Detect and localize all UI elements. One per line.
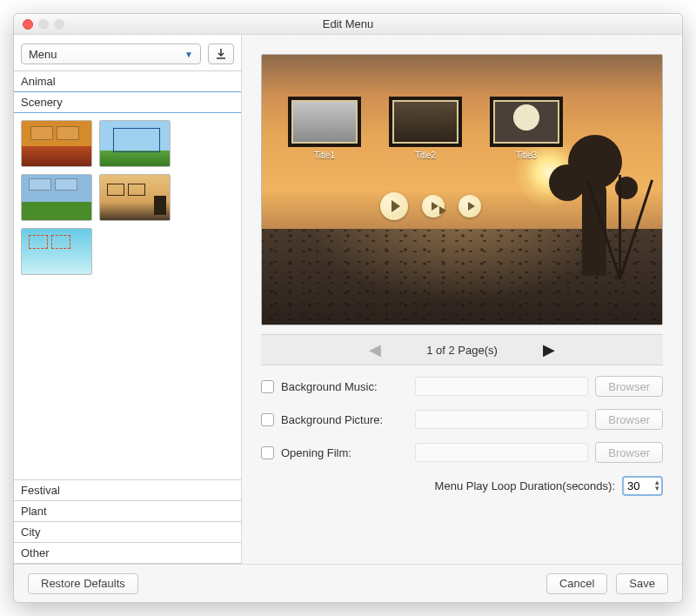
opening-film-browse-button[interactable]: Browser [595,442,663,463]
sidebar: Menu ▼ Animal Scenery Festival Plant Cit… [14,35,242,564]
play-button[interactable] [380,192,408,220]
fast-forward-button[interactable] [422,195,445,218]
body: Menu ▼ Animal Scenery Festival Plant Cit… [14,35,682,564]
category-plant[interactable]: Plant [14,500,241,522]
chevron-down-icon: ▼ [184,50,193,59]
title-caption: Title3 [490,151,563,160]
save-button[interactable]: Save [616,573,668,594]
template-thumb[interactable] [21,174,92,221]
opening-film-checkbox[interactable] [261,446,274,459]
download-icon [216,49,226,59]
title-frame[interactable]: Title2 [389,97,462,160]
title-caption: Title1 [288,151,361,160]
category-festival[interactable]: Festival [14,479,241,501]
category-city[interactable]: City [14,521,241,543]
restore-defaults-button[interactable]: Restore Defaults [28,573,138,594]
cancel-button[interactable]: Cancel [546,573,607,594]
fast-forward-icon [432,202,438,211]
title-caption: Title2 [389,151,462,160]
template-thumb[interactable] [99,120,171,167]
bg-picture-field[interactable] [415,410,588,429]
loop-duration-label: Menu Play Loop Duration(seconds): [435,479,615,492]
next-icon [468,202,475,211]
stepper-arrows[interactable]: ▴▾ [655,479,659,492]
category-dropdown[interactable]: Menu ▼ [21,44,201,64]
loop-duration-input[interactable] [626,479,655,492]
category-animal[interactable]: Animal [14,70,241,92]
dropdown-label: Menu [29,48,57,61]
window-title: Edit Menu [323,17,374,30]
play-icon [392,200,400,212]
tripod-graphic [594,157,646,279]
opening-film-field[interactable] [415,443,588,462]
bg-picture-label: Background Picture: [281,413,408,426]
title-frame[interactable]: Title1 [288,97,361,160]
titlebar: Edit Menu [14,14,682,35]
playback-controls [380,192,481,220]
title-frame[interactable]: Title3 [490,97,563,160]
next-button[interactable] [458,195,481,218]
pager-label: 1 of 2 Page(s) [426,344,498,357]
main-panel: Title1 Title2 Title3 ◀ 1 of 2 Page(s) ▶ [242,35,682,564]
template-thumb[interactable] [21,120,92,167]
pager-next-button[interactable]: ▶ [541,340,557,359]
pager-prev-button[interactable]: ◀ [367,340,383,359]
bg-music-field[interactable] [415,377,588,396]
title-frames: Title1 Title2 Title3 [288,97,563,160]
category-scenery[interactable]: Scenery [14,91,241,113]
edit-menu-window: Edit Menu Menu ▼ Animal Scenery [13,13,683,603]
footer: Restore Defaults Cancel Save [14,564,682,602]
loop-duration-stepper[interactable]: ▴▾ [622,476,663,496]
close-icon[interactable] [23,19,33,30]
template-thumbnails [14,113,241,480]
bg-music-label: Background Music: [281,380,408,393]
traffic-lights [23,19,64,30]
minimize-icon[interactable] [38,19,49,30]
template-thumb[interactable] [21,228,92,275]
bg-picture-checkbox[interactable] [261,413,274,426]
opening-film-label: Opening Film: [281,446,408,459]
zoom-icon[interactable] [54,19,64,30]
bg-music-checkbox[interactable] [261,380,274,393]
settings-form: Background Music: Browser Background Pic… [242,365,682,508]
category-other[interactable]: Other [14,542,241,564]
download-button[interactable] [208,44,234,64]
menu-preview: Title1 Title2 Title3 [261,54,663,325]
bg-picture-browse-button[interactable]: Browser [595,409,663,430]
template-thumb[interactable] [99,174,171,221]
pager: ◀ 1 of 2 Page(s) ▶ [261,334,663,365]
bg-music-browse-button[interactable]: Browser [595,376,663,397]
chevron-down-icon: ▾ [655,485,659,492]
